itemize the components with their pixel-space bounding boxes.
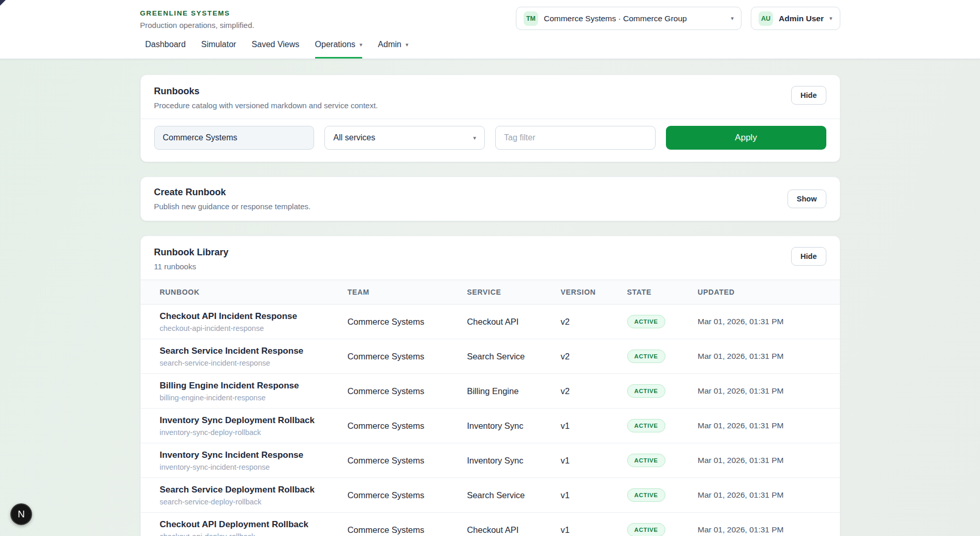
nav-item-dashboard[interactable]: Dashboard	[145, 40, 186, 59]
corner-artifact	[0, 0, 6, 6]
team-selector-dropdown[interactable]: TM Commerce Systems · Commerce Group ▾	[516, 7, 741, 30]
chevron-down-icon: ▾	[473, 135, 476, 141]
runbook-library-hide-button[interactable]: Hide	[791, 247, 826, 266]
apply-filters-button[interactable]: Apply	[666, 126, 826, 150]
runbook-name[interactable]: Search Service Deployment Rollback	[160, 485, 348, 495]
table-row[interactable]: Checkout API Incident Response checkout-…	[141, 305, 840, 339]
create-runbook-title: Create Runbook	[154, 187, 311, 198]
runbook-name[interactable]: Checkout API Incident Response	[160, 311, 348, 322]
runbook-service: Search Service	[467, 352, 525, 361]
runbook-library-panel: Runbook Library 11 runbooks Hide RUNBOOK…	[140, 236, 840, 536]
runbook-table-body: Checkout API Incident Response checkout-…	[141, 305, 840, 536]
runbook-service: Search Service	[467, 490, 525, 500]
table-row[interactable]: Inventory Sync Incident Response invento…	[141, 443, 840, 478]
page-content: Runbooks Procedure catalog with versione…	[0, 59, 980, 536]
runbook-name[interactable]: Inventory Sync Incident Response	[160, 450, 348, 460]
runbook-name[interactable]: Inventory Sync Deployment Rollback	[160, 415, 348, 426]
create-runbook-subtitle: Publish new guidance or response templat…	[154, 202, 311, 211]
main-nav: Dashboard Simulator Saved Views Operatio…	[140, 30, 840, 59]
runbook-version: v1	[560, 525, 569, 534]
brand-name: GREENLINE SYSTEMS	[140, 7, 255, 17]
nav-item-simulator[interactable]: Simulator	[201, 40, 236, 59]
column-header-state: STATE	[627, 280, 697, 305]
runbook-team: Commerce Systems	[347, 525, 424, 534]
runbooks-panel-title: Runbooks	[154, 86, 378, 97]
runbook-service: Inventory Sync	[467, 421, 523, 430]
runbook-slug: inventory-sync-deploy-rollback	[160, 428, 348, 437]
runbook-name[interactable]: Billing Engine Incident Response	[160, 381, 348, 391]
service-filter-select[interactable]: All services ▾	[324, 126, 485, 150]
table-row[interactable]: Inventory Sync Deployment Rollback inven…	[141, 409, 840, 443]
runbook-version: v2	[560, 317, 569, 326]
runbook-service: Inventory Sync	[467, 456, 523, 465]
nav-item-operations[interactable]: Operations ▾	[315, 40, 363, 59]
user-avatar-badge: AU	[759, 11, 773, 26]
runbook-slug: search-service-incident-response	[160, 359, 348, 367]
runbook-table-header-row: RUNBOOK TEAM SERVICE VERSION STATE UPDAT…	[141, 280, 840, 305]
runbook-team: Commerce Systems	[347, 386, 424, 396]
chevron-down-icon: ▾	[406, 41, 409, 48]
runbook-version: v1	[560, 456, 569, 465]
table-row[interactable]: Billing Engine Incident Response billing…	[141, 374, 840, 409]
runbook-service: Checkout API	[467, 525, 518, 534]
runbooks-filter-row: All services ▾ Apply	[141, 119, 840, 162]
runbook-service: Billing Engine	[467, 386, 518, 396]
chevron-down-icon: ▾	[360, 41, 363, 48]
runbook-slug: billing-engine-incident-response	[160, 394, 348, 402]
column-header-team: TEAM	[347, 280, 467, 305]
runbook-name[interactable]: Search Service Incident Response	[160, 346, 348, 356]
runbook-updated: Mar 01, 2026, 01:31 PM	[697, 386, 783, 395]
user-menu-dropdown[interactable]: AU Admin User ▾	[751, 7, 840, 30]
status-badge: ACTIVE	[627, 384, 665, 398]
user-menu-label: Admin User	[779, 14, 824, 23]
status-badge: ACTIVE	[627, 419, 665, 432]
chevron-down-icon: ▾	[731, 15, 734, 22]
status-badge: ACTIVE	[627, 454, 665, 467]
runbook-slug: inventory-sync-incident-response	[160, 463, 348, 471]
runbook-team: Commerce Systems	[347, 352, 424, 361]
runbook-slug: checkout-api-deploy-rollback	[160, 532, 348, 536]
runbook-service: Checkout API	[467, 317, 518, 326]
column-header-runbook: RUNBOOK	[141, 280, 348, 305]
runbook-updated: Mar 01, 2026, 01:31 PM	[697, 317, 783, 326]
column-header-updated: UPDATED	[697, 280, 839, 305]
runbook-updated: Mar 01, 2026, 01:31 PM	[697, 490, 783, 499]
status-badge: ACTIVE	[627, 350, 665, 363]
service-filter-value: All services	[333, 133, 375, 142]
runbook-updated: Mar 01, 2026, 01:31 PM	[697, 456, 783, 465]
runbook-updated: Mar 01, 2026, 01:31 PM	[697, 352, 783, 360]
runbook-team: Commerce Systems	[347, 456, 424, 465]
runbook-updated: Mar 01, 2026, 01:31 PM	[697, 421, 783, 430]
runbooks-panel: Runbooks Procedure catalog with versione…	[140, 75, 840, 162]
runbook-team: Commerce Systems	[347, 317, 424, 326]
nav-item-saved-views[interactable]: Saved Views	[251, 40, 299, 59]
runbook-name[interactable]: Checkout API Deployment Rollback	[160, 519, 348, 530]
runbook-version: v1	[560, 490, 569, 500]
create-runbook-panel: Create Runbook Publish new guidance or r…	[140, 177, 840, 221]
runbook-updated: Mar 01, 2026, 01:31 PM	[697, 525, 783, 534]
create-runbook-show-button[interactable]: Show	[788, 190, 826, 208]
runbook-version: v1	[560, 421, 569, 430]
nav-item-admin[interactable]: Admin ▾	[378, 40, 408, 59]
status-badge: ACTIVE	[627, 488, 665, 502]
runbook-count: 11 runbooks	[154, 262, 229, 271]
column-header-version: VERSION	[560, 280, 627, 305]
runbook-team: Commerce Systems	[347, 421, 424, 430]
brand-tagline: Production operations, simplified.	[140, 21, 255, 30]
runbooks-hide-button[interactable]: Hide	[791, 86, 826, 105]
table-row[interactable]: Checkout API Deployment Rollback checkou…	[141, 513, 840, 536]
tag-filter-input[interactable]	[495, 126, 656, 150]
runbook-table: RUNBOOK TEAM SERVICE VERSION STATE UPDAT…	[141, 280, 840, 536]
team-filter-input[interactable]	[154, 126, 315, 150]
runbook-version: v2	[560, 386, 569, 396]
table-row[interactable]: Search Service Deployment Rollback searc…	[141, 478, 840, 513]
brand-block: GREENLINE SYSTEMS Production operations,…	[140, 7, 255, 30]
team-badge: TM	[524, 11, 538, 26]
runbooks-panel-subtitle: Procedure catalog with versioned markdow…	[154, 101, 378, 110]
dev-tools-button[interactable]: N	[10, 503, 32, 525]
table-row[interactable]: Search Service Incident Response search-…	[141, 339, 840, 374]
team-selector-label: Commerce Systems · Commerce Group	[544, 14, 687, 23]
column-header-service: SERVICE	[467, 280, 560, 305]
runbook-slug: checkout-api-incident-response	[160, 324, 348, 332]
runbook-slug: search-service-deploy-rollback	[160, 498, 348, 506]
